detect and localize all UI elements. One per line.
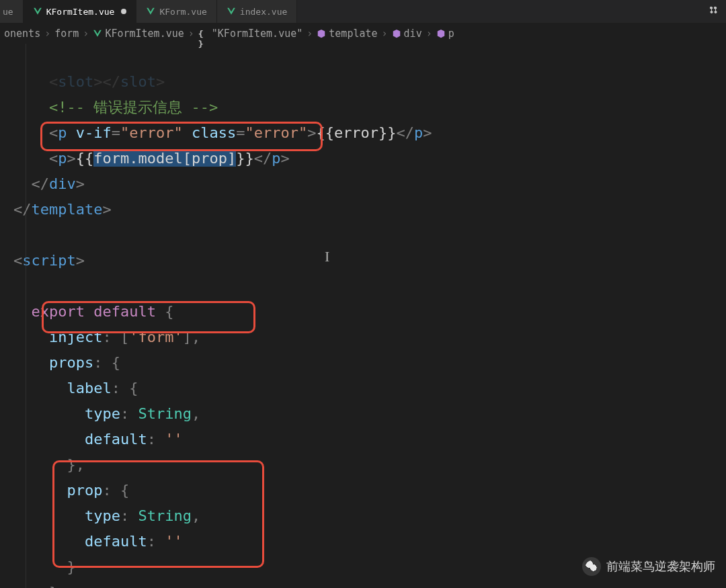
tab-label: ue (3, 7, 13, 17)
vue-icon (227, 7, 236, 16)
tab-kformitem[interactable]: KFormItem.vue (24, 0, 137, 23)
tab-partial[interactable]: ue (0, 0, 24, 23)
watermark-text: 前端菜鸟逆袭架构师 (606, 558, 715, 575)
breadcrumb-item[interactable]: KFormItem.vue (93, 28, 184, 40)
chevron-right-icon: › (382, 28, 388, 40)
text-cursor-icon: I (325, 249, 325, 264)
chevron-right-icon: › (44, 28, 50, 40)
vue-icon (93, 29, 102, 38)
tab-label: KFormItem.vue (46, 7, 115, 17)
breadcrumb: onents › form › KFormItem.vue › { } "KFo… (0, 24, 726, 44)
cube-icon (436, 29, 446, 38)
tab-label: KForm.vue (159, 7, 206, 17)
code-content: <slot></slot> <!-- 错误提示信息 --> <p v-if="e… (0, 44, 726, 588)
tab-bar: ue KFormItem.vue KForm.vue index.vue (0, 0, 726, 24)
compare-changes-icon[interactable] (709, 5, 719, 18)
code-comment: <!-- 错误提示信息 --> (49, 99, 218, 116)
watermark: 前端菜鸟逆袭架构师 (582, 557, 715, 576)
vue-icon (146, 7, 155, 16)
cube-icon (392, 29, 401, 38)
tab-index[interactable]: index.vue (217, 0, 297, 23)
wechat-icon (582, 557, 601, 576)
chevron-right-icon: › (307, 28, 313, 40)
breadcrumb-item[interactable]: "KFormItem.vue" (212, 28, 302, 40)
vue-icon (33, 7, 42, 16)
breadcrumb-item[interactable]: template (317, 28, 377, 40)
chevron-right-icon: › (188, 28, 194, 40)
breadcrumb-item[interactable]: div (392, 28, 422, 40)
tab-actions (702, 0, 726, 23)
cube-icon (317, 29, 326, 38)
dirty-indicator-icon (121, 9, 126, 14)
breadcrumb-item[interactable]: { } (198, 29, 208, 38)
breadcrumb-item[interactable]: onents (4, 28, 40, 40)
tab-kform[interactable]: KForm.vue (136, 0, 216, 23)
braces-icon: { } (198, 29, 208, 38)
breadcrumb-item[interactable]: form (54, 28, 79, 40)
breadcrumb-item[interactable]: p (436, 28, 454, 40)
chevron-right-icon: › (426, 28, 432, 40)
tab-label: index.vue (240, 7, 287, 17)
chevron-right-icon: › (83, 28, 89, 40)
editor-area[interactable]: <slot></slot> <!-- 错误提示信息 --> <p v-if="e… (0, 44, 726, 588)
indent-guide (26, 44, 26, 588)
